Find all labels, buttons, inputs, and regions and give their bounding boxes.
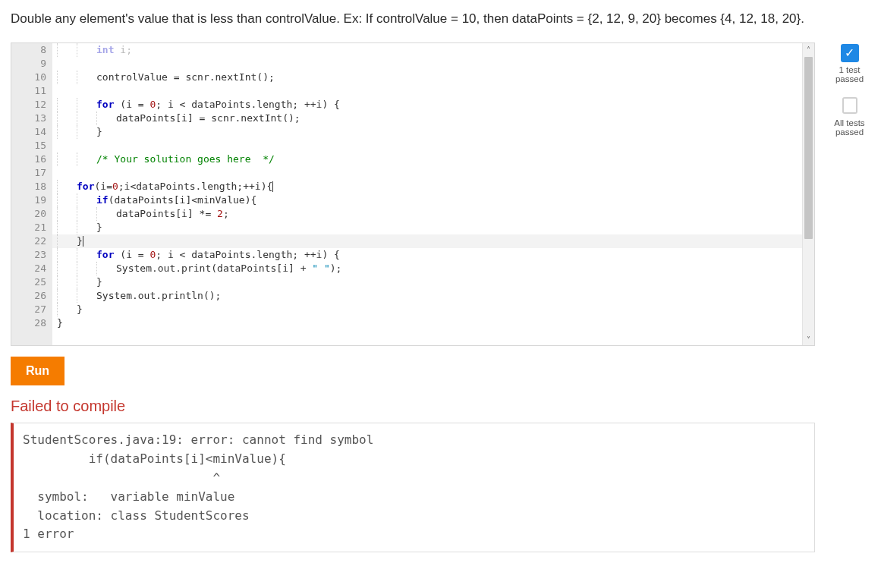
line-number: 8 bbox=[11, 43, 52, 57]
shield-icon bbox=[842, 99, 857, 114]
code-line[interactable]: for (i = 0; i < dataPoints.length; ++i) … bbox=[52, 98, 802, 112]
line-number: 20 bbox=[11, 207, 52, 221]
vertical-scrollbar[interactable]: ˄ ˅ bbox=[802, 43, 814, 345]
compile-status-title: Failed to compile bbox=[11, 398, 815, 415]
code-line[interactable]: dataPoints[i] *= 2; bbox=[52, 207, 802, 221]
code-line[interactable]: System.out.println(); bbox=[52, 289, 802, 303]
scroll-down-arrow[interactable]: ˅ bbox=[803, 333, 814, 345]
all-tests-badge bbox=[841, 97, 859, 115]
line-number: 14 bbox=[11, 125, 52, 139]
problem-statement: Double any element's value that is less … bbox=[11, 9, 868, 29]
code-line[interactable] bbox=[52, 139, 802, 153]
line-number: 9 bbox=[11, 57, 52, 71]
line-number: 27 bbox=[11, 303, 52, 316]
code-editor[interactable]: 8910111213141516171819202122232425262728… bbox=[11, 42, 815, 346]
code-line[interactable]: } bbox=[52, 275, 802, 289]
test-passed-badge: ✓ bbox=[841, 44, 859, 62]
code-line[interactable]: } bbox=[52, 125, 802, 139]
code-line[interactable]: System.out.print(dataPoints[i] + " "); bbox=[52, 262, 802, 275]
test-passed-label: 1 test passed bbox=[829, 65, 870, 83]
line-number: 28 bbox=[11, 316, 52, 330]
line-number: 22 bbox=[11, 234, 52, 248]
run-button[interactable]: Run bbox=[11, 357, 65, 385]
code-line[interactable] bbox=[52, 166, 802, 180]
line-number: 10 bbox=[11, 71, 52, 84]
code-line[interactable]: dataPoints[i] = scnr.nextInt(); bbox=[52, 112, 802, 125]
line-number: 13 bbox=[11, 112, 52, 125]
code-line[interactable]: for(i=0;i<dataPoints.length;++i){ bbox=[52, 180, 802, 193]
test-results-sidebar: ✓ 1 test passed All tests passed bbox=[829, 42, 870, 150]
scroll-thumb[interactable] bbox=[804, 57, 813, 239]
all-tests-label: All tests passed bbox=[829, 118, 870, 137]
code-line[interactable] bbox=[52, 84, 802, 98]
code-line[interactable]: } bbox=[52, 221, 802, 234]
line-number: 16 bbox=[11, 153, 52, 166]
line-number-gutter: 8910111213141516171819202122232425262728 bbox=[11, 43, 52, 345]
code-line[interactable] bbox=[52, 57, 802, 71]
line-number: 12 bbox=[11, 98, 52, 112]
code-line[interactable]: int i; bbox=[52, 43, 802, 57]
line-number: 17 bbox=[11, 166, 52, 180]
code-line[interactable]: controlValue = scnr.nextInt(); bbox=[52, 71, 802, 84]
line-number: 23 bbox=[11, 248, 52, 262]
scroll-up-arrow[interactable]: ˄ bbox=[803, 43, 814, 55]
code-line[interactable]: } bbox=[52, 316, 802, 330]
line-number: 18 bbox=[11, 180, 52, 193]
code-line[interactable]: if(dataPoints[i]<minValue){ bbox=[52, 193, 802, 207]
check-icon: ✓ bbox=[845, 47, 854, 59]
line-number: 11 bbox=[11, 84, 52, 98]
line-number: 26 bbox=[11, 289, 52, 303]
code-line[interactable]: } bbox=[52, 303, 802, 316]
code-line[interactable]: } bbox=[52, 234, 802, 248]
code-area[interactable]: int i;controlValue = scnr.nextInt();for … bbox=[52, 43, 802, 345]
line-number: 21 bbox=[11, 221, 52, 234]
line-number: 19 bbox=[11, 193, 52, 207]
compiler-error-output: StudentScores.java:19: error: cannot fin… bbox=[11, 423, 815, 552]
code-line[interactable]: for (i = 0; i < dataPoints.length; ++i) … bbox=[52, 248, 802, 262]
code-line[interactable]: /* Your solution goes here */ bbox=[52, 153, 802, 166]
line-number: 24 bbox=[11, 262, 52, 275]
line-number: 15 bbox=[11, 139, 52, 153]
line-number: 25 bbox=[11, 275, 52, 289]
